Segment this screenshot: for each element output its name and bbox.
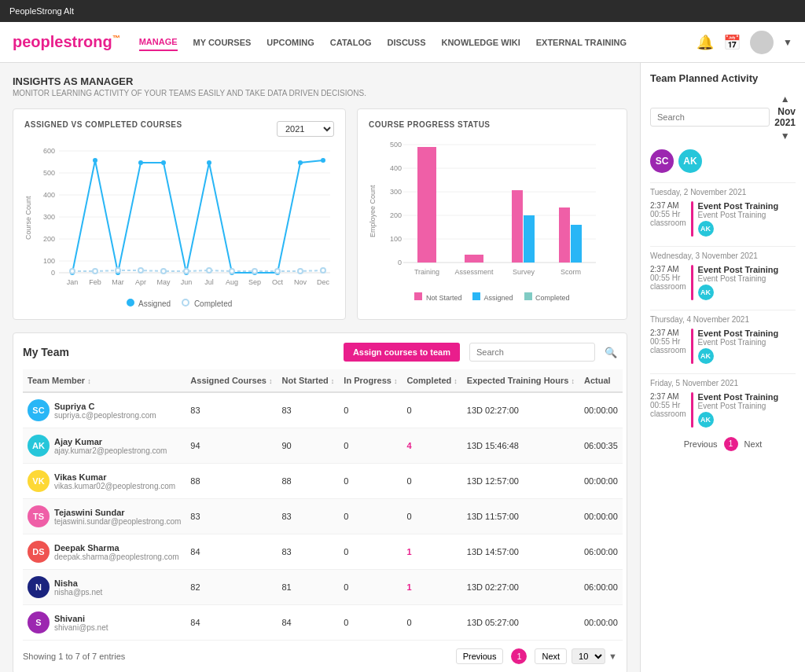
svg-text:Nov: Nov xyxy=(294,278,307,286)
svg-point-27 xyxy=(93,158,97,163)
sidebar-prev-button[interactable]: Previous xyxy=(684,439,718,449)
calendar-icon[interactable]: 📅 xyxy=(723,34,741,51)
month-label: Nov2021 xyxy=(774,106,796,129)
nav-link-external-training[interactable]: EXTERNAL TRAINING xyxy=(536,35,627,50)
expected-3: 13D 11:57:00 xyxy=(462,499,579,534)
sort-icon-not-started[interactable]: ↕ xyxy=(331,377,335,385)
not-started-5: 81 xyxy=(278,570,340,605)
event-item-3-0[interactable]: 2:37 AM 00:55 Hr classroom Event Post Tr… xyxy=(650,392,796,428)
day-section-2: Thursday, 4 November 2021 2:37 AM 00:55 … xyxy=(650,310,796,364)
svg-text:Jan: Jan xyxy=(67,278,79,286)
nav-link-upcoming[interactable]: UPCOMING xyxy=(266,35,314,50)
assign-courses-button[interactable]: Assign courses to team xyxy=(344,343,460,362)
sort-icon-in-progress[interactable]: ↕ xyxy=(394,377,398,385)
nav-link-discuss[interactable]: DISCUSS xyxy=(388,35,426,50)
col-not-started: Not Started ↕ xyxy=(278,369,340,392)
member-cell-4: DS Deepak Sharma deepak.sharma@peoplestr… xyxy=(23,534,186,570)
table-row: DS Deepak Sharma deepak.sharma@peoplestr… xyxy=(23,534,623,570)
sidebar-avatar-1[interactable]: AK xyxy=(678,149,702,173)
in-progress-3: 0 xyxy=(339,499,402,534)
sidebar-search-input[interactable] xyxy=(650,108,770,127)
day-label-3: Friday, 5 November 2021 xyxy=(650,373,796,387)
month-prev-button[interactable]: ▲ xyxy=(779,92,792,106)
svg-point-32 xyxy=(207,160,211,165)
member-cell-6: S Shivani shivani@ps.net xyxy=(23,605,186,641)
event-time: 2:37 AM xyxy=(650,265,686,274)
legend-completed-label: Completed xyxy=(194,299,232,308)
assigned-2: 88 xyxy=(186,464,277,499)
member-cell-3: TS Tejaswini Sundar tejaswini.sundar@peo… xyxy=(23,499,186,534)
sidebar-pagination: Previous 1 Next xyxy=(650,437,796,451)
bar-chart-svg: 500 400 300 200 100 0 xyxy=(380,137,600,286)
member-email-3: tejaswini.sundar@peoplestrong.com xyxy=(54,517,181,526)
event-item-1-0[interactable]: 2:37 AM 00:55 Hr classroom Event Post Tr… xyxy=(650,265,796,300)
assigned-vs-completed-chart: ASSIGNED VS COMPLETED COURSES 2021 Cours… xyxy=(13,108,346,320)
actual-4: 06:00:00 xyxy=(579,534,623,570)
not-started-4: 83 xyxy=(278,534,340,570)
table-header-row: Team Member ↕ Assigned Courses ↕ Not Sta… xyxy=(23,369,623,392)
team-search-input[interactable] xyxy=(469,343,595,362)
member-email-1: ajay.kumar2@peoplestrong.com xyxy=(54,446,167,455)
nav-link-manage[interactable]: MANAGE xyxy=(139,34,178,51)
event-content: Event Post Training Event Post Training … xyxy=(698,392,796,428)
svg-text:300: 300 xyxy=(43,213,55,221)
col-completed: Completed ↕ xyxy=(402,369,461,392)
day-label-2: Thursday, 4 November 2021 xyxy=(650,310,796,324)
svg-point-45 xyxy=(230,269,234,274)
table-row: VK Vikas Kumar vikas.kumar02@peoplestron… xyxy=(23,464,623,499)
month-next-button[interactable]: ▼ xyxy=(779,129,792,143)
event-item-0-0[interactable]: 2:37 AM 00:55 Hr classroom Event Post Tr… xyxy=(650,201,796,237)
event-content: Event Post Training Event Post Training … xyxy=(698,265,796,300)
event-duration: 00:55 Hr xyxy=(650,401,686,409)
actual-5: 06:00:00 xyxy=(579,570,623,605)
svg-point-42 xyxy=(161,269,166,274)
completed-2: 0 xyxy=(402,464,461,499)
svg-point-44 xyxy=(207,268,211,273)
nav-icons: 🔔 📅 ▼ xyxy=(697,31,792,54)
not-started-0: 83 xyxy=(278,392,340,428)
event-duration: 00:55 Hr xyxy=(650,274,686,282)
svg-text:0: 0 xyxy=(398,259,402,266)
svg-text:400: 400 xyxy=(43,191,55,199)
event-item-2-0[interactable]: 2:37 AM 00:55 Hr classroom Event Post Tr… xyxy=(650,329,796,364)
actual-2: 00:00:00 xyxy=(579,464,623,499)
member-avatar-0: SC xyxy=(28,399,50,421)
assigned-6: 84 xyxy=(186,605,277,641)
svg-rect-63 xyxy=(465,255,483,263)
member-email-5: nisha@ps.net xyxy=(54,588,102,597)
nav-link-my-courses[interactable]: MY COURSES xyxy=(193,35,252,50)
completed-1: 4 xyxy=(402,428,461,464)
dropdown-icon[interactable]: ▼ xyxy=(783,37,792,48)
sort-icon-completed[interactable]: ↕ xyxy=(454,377,458,385)
svg-point-39 xyxy=(93,269,97,274)
in-progress-5: 0 xyxy=(339,570,402,605)
sort-icon-assigned[interactable]: ↕ xyxy=(269,377,273,385)
main-layout: INSIGHTS AS MANAGER MONITOR LEARNING ACT… xyxy=(0,63,805,672)
sort-icon-member[interactable]: ↕ xyxy=(87,377,91,385)
event-time-col: 2:37 AM 00:55 Hr classroom xyxy=(650,392,686,428)
sidebar-next-button[interactable]: Next xyxy=(744,439,763,449)
svg-text:0: 0 xyxy=(51,269,55,277)
notification-icon[interactable]: 🔔 xyxy=(697,34,714,51)
legend-assigned-dot xyxy=(127,299,134,307)
member-name-0: Supriya C xyxy=(54,402,156,411)
nav-link-knowledge-wiki[interactable]: KNOWLEDGE WIKI xyxy=(441,35,520,50)
prev-page-button[interactable]: Previous xyxy=(456,648,504,664)
legend-assigned-bar-label: Assigned xyxy=(483,294,513,302)
day-section-1: Wednesday, 3 November 2021 2:37 AM 00:55… xyxy=(650,246,796,300)
year-select[interactable]: 2021 xyxy=(277,121,334,137)
svg-rect-64 xyxy=(512,190,523,263)
event-title: Event Post Training xyxy=(698,329,796,338)
logo-text: peoplestrong™ xyxy=(13,33,120,51)
my-team-section: My Team Assign courses to team 🔍 Team Me… xyxy=(13,332,627,672)
assigned-0: 83 xyxy=(186,392,277,428)
table-row: SC Supriya C supriya.c@peoplestrong.com … xyxy=(23,392,623,428)
per-page-select[interactable]: 10 25 50 xyxy=(572,648,605,664)
sort-icon-expected[interactable]: ↕ xyxy=(571,377,575,385)
sidebar-avatar-0[interactable]: SC xyxy=(650,149,674,173)
user-avatar[interactable] xyxy=(750,31,774,54)
legend-completed-bar-dot xyxy=(524,292,532,300)
pagination: Showing 1 to 7 of 7 entries Previous 1 N… xyxy=(23,648,617,664)
nav-link-catalog[interactable]: CATALOG xyxy=(330,35,372,50)
next-page-button[interactable]: Next xyxy=(535,648,567,664)
